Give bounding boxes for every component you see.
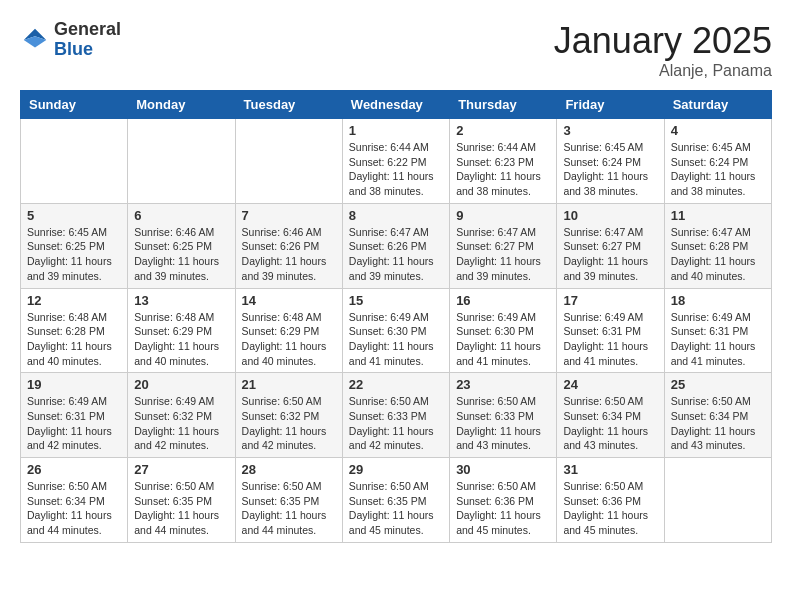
day-number: 23 xyxy=(456,377,550,392)
day-info: Sunrise: 6:50 AM Sunset: 6:32 PM Dayligh… xyxy=(242,394,336,453)
calendar-cell: 16Sunrise: 6:49 AM Sunset: 6:30 PM Dayli… xyxy=(450,288,557,373)
day-info: Sunrise: 6:44 AM Sunset: 6:23 PM Dayligh… xyxy=(456,140,550,199)
calendar-cell: 21Sunrise: 6:50 AM Sunset: 6:32 PM Dayli… xyxy=(235,373,342,458)
calendar-cell: 2Sunrise: 6:44 AM Sunset: 6:23 PM Daylig… xyxy=(450,119,557,204)
calendar-cell: 12Sunrise: 6:48 AM Sunset: 6:28 PM Dayli… xyxy=(21,288,128,373)
day-number: 22 xyxy=(349,377,443,392)
calendar-cell: 13Sunrise: 6:48 AM Sunset: 6:29 PM Dayli… xyxy=(128,288,235,373)
calendar-cell: 28Sunrise: 6:50 AM Sunset: 6:35 PM Dayli… xyxy=(235,458,342,543)
day-info: Sunrise: 6:45 AM Sunset: 6:24 PM Dayligh… xyxy=(671,140,765,199)
day-number: 8 xyxy=(349,208,443,223)
weekday-header: Wednesday xyxy=(342,91,449,119)
day-number: 3 xyxy=(563,123,657,138)
day-number: 25 xyxy=(671,377,765,392)
calendar-cell: 11Sunrise: 6:47 AM Sunset: 6:28 PM Dayli… xyxy=(664,203,771,288)
day-number: 10 xyxy=(563,208,657,223)
calendar-cell: 20Sunrise: 6:49 AM Sunset: 6:32 PM Dayli… xyxy=(128,373,235,458)
day-number: 29 xyxy=(349,462,443,477)
day-info: Sunrise: 6:50 AM Sunset: 6:36 PM Dayligh… xyxy=(456,479,550,538)
day-info: Sunrise: 6:45 AM Sunset: 6:25 PM Dayligh… xyxy=(27,225,121,284)
weekday-header-row: SundayMondayTuesdayWednesdayThursdayFrid… xyxy=(21,91,772,119)
calendar-cell: 17Sunrise: 6:49 AM Sunset: 6:31 PM Dayli… xyxy=(557,288,664,373)
day-info: Sunrise: 6:50 AM Sunset: 6:33 PM Dayligh… xyxy=(456,394,550,453)
day-number: 13 xyxy=(134,293,228,308)
day-number: 14 xyxy=(242,293,336,308)
calendar-cell xyxy=(235,119,342,204)
calendar-cell: 22Sunrise: 6:50 AM Sunset: 6:33 PM Dayli… xyxy=(342,373,449,458)
calendar-cell: 1Sunrise: 6:44 AM Sunset: 6:22 PM Daylig… xyxy=(342,119,449,204)
calendar-week-row: 12Sunrise: 6:48 AM Sunset: 6:28 PM Dayli… xyxy=(21,288,772,373)
calendar-cell: 25Sunrise: 6:50 AM Sunset: 6:34 PM Dayli… xyxy=(664,373,771,458)
day-info: Sunrise: 6:46 AM Sunset: 6:26 PM Dayligh… xyxy=(242,225,336,284)
day-info: Sunrise: 6:50 AM Sunset: 6:35 PM Dayligh… xyxy=(242,479,336,538)
calendar-cell: 3Sunrise: 6:45 AM Sunset: 6:24 PM Daylig… xyxy=(557,119,664,204)
calendar-cell: 19Sunrise: 6:49 AM Sunset: 6:31 PM Dayli… xyxy=(21,373,128,458)
calendar-cell: 26Sunrise: 6:50 AM Sunset: 6:34 PM Dayli… xyxy=(21,458,128,543)
logo-text: General Blue xyxy=(54,20,121,60)
day-number: 6 xyxy=(134,208,228,223)
weekday-header: Thursday xyxy=(450,91,557,119)
calendar-cell: 18Sunrise: 6:49 AM Sunset: 6:31 PM Dayli… xyxy=(664,288,771,373)
calendar-cell xyxy=(21,119,128,204)
day-info: Sunrise: 6:47 AM Sunset: 6:26 PM Dayligh… xyxy=(349,225,443,284)
day-info: Sunrise: 6:50 AM Sunset: 6:34 PM Dayligh… xyxy=(27,479,121,538)
day-info: Sunrise: 6:47 AM Sunset: 6:27 PM Dayligh… xyxy=(563,225,657,284)
day-info: Sunrise: 6:48 AM Sunset: 6:28 PM Dayligh… xyxy=(27,310,121,369)
day-number: 17 xyxy=(563,293,657,308)
day-number: 27 xyxy=(134,462,228,477)
day-number: 1 xyxy=(349,123,443,138)
calendar-table: SundayMondayTuesdayWednesdayThursdayFrid… xyxy=(20,90,772,543)
calendar-week-row: 26Sunrise: 6:50 AM Sunset: 6:34 PM Dayli… xyxy=(21,458,772,543)
day-info: Sunrise: 6:50 AM Sunset: 6:35 PM Dayligh… xyxy=(349,479,443,538)
day-info: Sunrise: 6:49 AM Sunset: 6:31 PM Dayligh… xyxy=(563,310,657,369)
calendar-cell: 8Sunrise: 6:47 AM Sunset: 6:26 PM Daylig… xyxy=(342,203,449,288)
day-info: Sunrise: 6:48 AM Sunset: 6:29 PM Dayligh… xyxy=(134,310,228,369)
logo-blue-text: Blue xyxy=(54,40,121,60)
day-number: 26 xyxy=(27,462,121,477)
calendar-cell: 5Sunrise: 6:45 AM Sunset: 6:25 PM Daylig… xyxy=(21,203,128,288)
page-header: General Blue January 2025 Alanje, Panama xyxy=(20,20,772,80)
weekday-header: Monday xyxy=(128,91,235,119)
day-number: 18 xyxy=(671,293,765,308)
day-number: 30 xyxy=(456,462,550,477)
title-block: January 2025 Alanje, Panama xyxy=(554,20,772,80)
calendar-cell: 10Sunrise: 6:47 AM Sunset: 6:27 PM Dayli… xyxy=(557,203,664,288)
day-number: 11 xyxy=(671,208,765,223)
day-info: Sunrise: 6:49 AM Sunset: 6:32 PM Dayligh… xyxy=(134,394,228,453)
calendar-cell: 4Sunrise: 6:45 AM Sunset: 6:24 PM Daylig… xyxy=(664,119,771,204)
day-info: Sunrise: 6:49 AM Sunset: 6:30 PM Dayligh… xyxy=(456,310,550,369)
calendar-cell: 9Sunrise: 6:47 AM Sunset: 6:27 PM Daylig… xyxy=(450,203,557,288)
weekday-header: Tuesday xyxy=(235,91,342,119)
day-number: 31 xyxy=(563,462,657,477)
calendar-cell: 14Sunrise: 6:48 AM Sunset: 6:29 PM Dayli… xyxy=(235,288,342,373)
day-info: Sunrise: 6:47 AM Sunset: 6:28 PM Dayligh… xyxy=(671,225,765,284)
calendar-cell xyxy=(128,119,235,204)
day-number: 12 xyxy=(27,293,121,308)
day-number: 21 xyxy=(242,377,336,392)
day-info: Sunrise: 6:50 AM Sunset: 6:34 PM Dayligh… xyxy=(563,394,657,453)
calendar-cell: 31Sunrise: 6:50 AM Sunset: 6:36 PM Dayli… xyxy=(557,458,664,543)
day-info: Sunrise: 6:47 AM Sunset: 6:27 PM Dayligh… xyxy=(456,225,550,284)
day-number: 16 xyxy=(456,293,550,308)
logo-icon xyxy=(20,25,50,55)
day-number: 5 xyxy=(27,208,121,223)
calendar-week-row: 1Sunrise: 6:44 AM Sunset: 6:22 PM Daylig… xyxy=(21,119,772,204)
day-number: 19 xyxy=(27,377,121,392)
day-number: 20 xyxy=(134,377,228,392)
day-number: 9 xyxy=(456,208,550,223)
weekday-header: Sunday xyxy=(21,91,128,119)
calendar-cell: 15Sunrise: 6:49 AM Sunset: 6:30 PM Dayli… xyxy=(342,288,449,373)
logo-general-text: General xyxy=(54,20,121,40)
day-number: 24 xyxy=(563,377,657,392)
day-info: Sunrise: 6:50 AM Sunset: 6:33 PM Dayligh… xyxy=(349,394,443,453)
calendar-week-row: 19Sunrise: 6:49 AM Sunset: 6:31 PM Dayli… xyxy=(21,373,772,458)
day-number: 15 xyxy=(349,293,443,308)
day-info: Sunrise: 6:50 AM Sunset: 6:36 PM Dayligh… xyxy=(563,479,657,538)
calendar-cell: 27Sunrise: 6:50 AM Sunset: 6:35 PM Dayli… xyxy=(128,458,235,543)
calendar-cell: 24Sunrise: 6:50 AM Sunset: 6:34 PM Dayli… xyxy=(557,373,664,458)
day-info: Sunrise: 6:48 AM Sunset: 6:29 PM Dayligh… xyxy=(242,310,336,369)
weekday-header: Saturday xyxy=(664,91,771,119)
calendar-cell: 6Sunrise: 6:46 AM Sunset: 6:25 PM Daylig… xyxy=(128,203,235,288)
logo: General Blue xyxy=(20,20,121,60)
day-number: 28 xyxy=(242,462,336,477)
